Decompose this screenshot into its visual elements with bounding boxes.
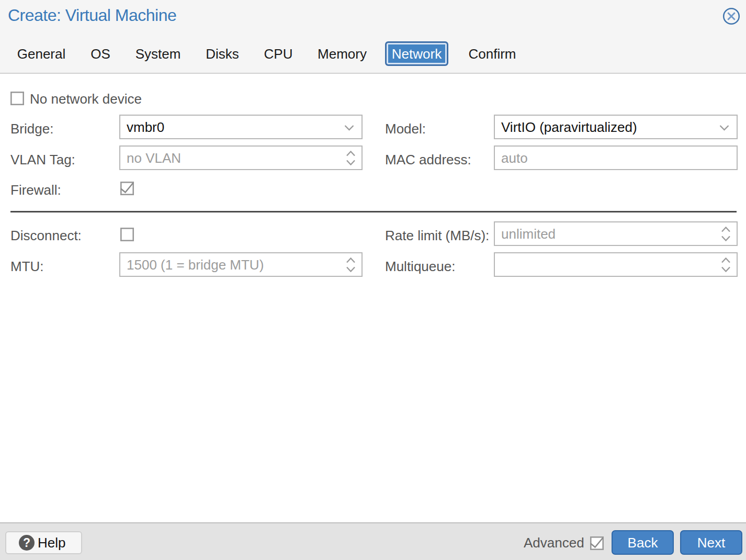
- svg-text:?: ?: [23, 536, 30, 550]
